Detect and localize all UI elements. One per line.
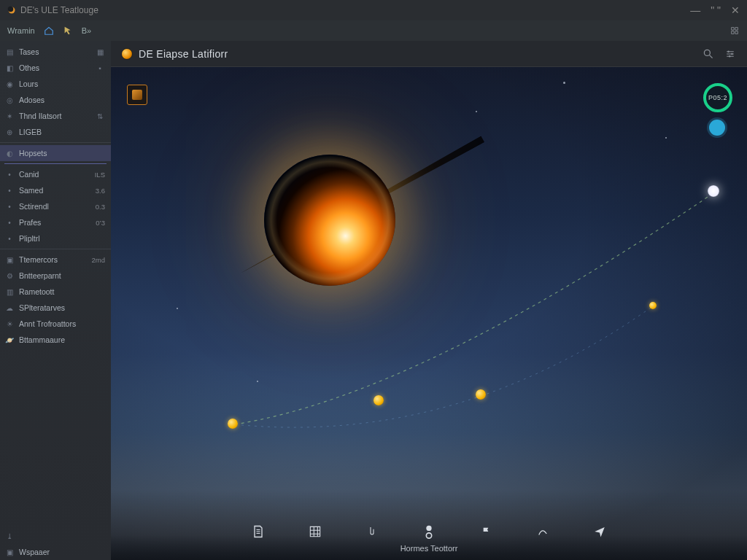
sidebar-link-1[interactable]: ⚙Bntteerparnt	[0, 268, 111, 284]
sidebar-item-4[interactable]: ✶Thnd Ilatsort⇅	[0, 108, 111, 124]
sidebar-item-5[interactable]: ⊕LIGEB	[0, 124, 111, 140]
gauge-icon: ◐	[4, 148, 15, 158]
status-ring-label: P05:2	[708, 94, 727, 101]
user-icon: ◉	[4, 79, 15, 89]
sidebar-item-value: 0’3	[96, 219, 105, 227]
sidebar-separator	[0, 142, 111, 143]
toolbar-more-icon[interactable]	[729, 26, 740, 36]
sidebar-item-value: ILS	[95, 171, 105, 179]
svg-point-7	[426, 533, 431, 538]
svg-point-1	[8, 7, 14, 12]
sidebar-item-0[interactable]: ▤Tases▦	[0, 44, 111, 60]
window-maximize[interactable]: " "	[711, 4, 721, 16]
sun-icon: ☀	[4, 319, 15, 329]
sidebar: ▤Tases▦ ◧Othes▪ ◉Lours ◎Adoses ✶Thnd Ila…	[0, 41, 111, 560]
window-minimize[interactable]: —	[690, 4, 700, 16]
sidebar-item-label: Annt Trofroattors	[19, 319, 105, 328]
sidebar-item-label: Rametoott	[19, 287, 105, 296]
app-icon	[7, 6, 16, 15]
window-titlebar: DE's ULE Teatlouge — " " ✕	[0, 0, 747, 20]
document-icon[interactable]	[250, 524, 266, 540]
cube-icon: ◧	[4, 63, 15, 73]
layer-toggle-button[interactable]	[127, 85, 147, 105]
dot-icon: •	[4, 217, 15, 228]
atom-icon: ✶	[4, 111, 15, 121]
target-icon[interactable]	[421, 524, 437, 540]
sidebar-stat-5[interactable]: •Plipltrl	[0, 230, 111, 246]
status-dot-badge[interactable]	[709, 120, 725, 136]
star-dot	[476, 111, 477, 112]
sidebar-stat-3[interactable]: •Sctirendl0.3	[0, 198, 111, 214]
settings-icon[interactable]	[724, 47, 737, 61]
cursor-icon[interactable]	[63, 26, 73, 36]
sidebar-link-4[interactable]: ☀Annt Trofroattors	[0, 316, 111, 332]
svg-point-3	[727, 50, 729, 52]
dot-icon: •	[4, 201, 15, 211]
canvas-panel: DE Eiapse Latifiorr P05:2	[111, 41, 747, 560]
sidebar-item-label: Thnd Ilatsort	[19, 112, 90, 120]
trajectory-node[interactable]	[374, 395, 384, 405]
sidebar-item-label: Sctirendl	[19, 202, 91, 211]
status-ring-badge[interactable]: P05:2	[703, 83, 732, 112]
trajectory-node[interactable]	[476, 389, 486, 400]
sidebar-link-0[interactable]: ▣Ttemercors2md	[0, 252, 111, 268]
svg-point-6	[426, 526, 431, 531]
sidebar-item-3[interactable]: ◎Adoses	[0, 92, 111, 108]
sidebar-item-label: Samed	[19, 186, 91, 195]
tag-icon: ▪	[95, 63, 105, 73]
pointer-icon[interactable]	[364, 524, 380, 540]
sidebar-separator	[0, 249, 111, 249]
sidebar-item-label: Othes	[19, 63, 90, 72]
sidebar-item-label: Bntteerparnt	[19, 271, 105, 280]
trajectory-node[interactable]	[649, 302, 657, 309]
svg-point-4	[731, 52, 732, 54]
dock-label: Hormes Teottorr	[400, 544, 458, 553]
svg-point-5	[729, 55, 730, 57]
planet-icon: 🪐	[4, 335, 15, 345]
sidebar-stat-2[interactable]: •Samed3.6	[0, 182, 111, 198]
sidebar-stat-4[interactable]: •Prafes0’3	[0, 214, 111, 230]
eclipse-body	[264, 155, 395, 286]
folder-icon: ▣	[4, 254, 15, 265]
sidebar-item-1[interactable]: ◧Othes▪	[0, 60, 111, 76]
search-icon[interactable]	[702, 47, 715, 61]
grid-icon[interactable]	[307, 524, 323, 540]
sidebar-stat-0[interactable]: ◐Hopsets	[0, 145, 111, 161]
sidebar-link-5[interactable]: 🪐Bttammaaure	[0, 332, 111, 348]
send-icon[interactable]	[592, 524, 608, 540]
sidebar-item-label: Hopsets	[19, 149, 105, 158]
window-close[interactable]: ✕	[731, 4, 740, 16]
sidebar-item-2[interactable]: ◉Lours	[0, 76, 111, 92]
gear-icon: ⚙	[4, 271, 15, 281]
sidebar-item-value: 0.3	[96, 203, 105, 211]
dot-icon: •	[4, 233, 15, 244]
trajectory-node[interactable]	[228, 419, 238, 429]
path-icon[interactable]	[535, 524, 551, 540]
sidebar-footer-0[interactable]: ⤓	[0, 528, 111, 544]
export-icon: ⤓	[4, 531, 15, 541]
sidebar-footer-1[interactable]: ▣Wspaaer	[0, 544, 111, 560]
trajectory-endpoint	[708, 185, 719, 197]
sidebar-item-label: Adoses	[19, 96, 105, 104]
sidebar-stat-1[interactable]: •CanidILS	[0, 166, 111, 182]
sidebar-item-label: Lours	[19, 79, 105, 88]
sidebar-item-label: Canid	[19, 170, 90, 179]
sidebar-link-3[interactable]: ☁SPlteratarves	[0, 300, 111, 316]
flag-icon[interactable]	[478, 524, 494, 540]
camera-icon: ▣	[4, 547, 15, 557]
sidebar-item-label: SPlteratarves	[19, 303, 105, 312]
toolbar-menu-b[interactable]: B»	[82, 26, 91, 35]
eclipse-icon	[121, 48, 133, 60]
sidebar-link-2[interactable]: ▥Rametoott	[0, 284, 111, 300]
viewport-dock: Hormes Teottorr	[111, 490, 747, 560]
viewport[interactable]: P05:2	[111, 67, 747, 560]
home-icon[interactable]	[44, 26, 54, 36]
star-dot	[257, 381, 258, 382]
toolbar-home-label[interactable]: Wramin	[7, 26, 35, 35]
target-icon: ◎	[4, 95, 15, 105]
sidebar-item-value: 2md	[92, 256, 105, 264]
star-dot	[665, 137, 667, 139]
dot-icon: •	[4, 169, 15, 179]
star-dot	[177, 308, 178, 309]
sidebar-item-label: Tases	[19, 47, 86, 56]
